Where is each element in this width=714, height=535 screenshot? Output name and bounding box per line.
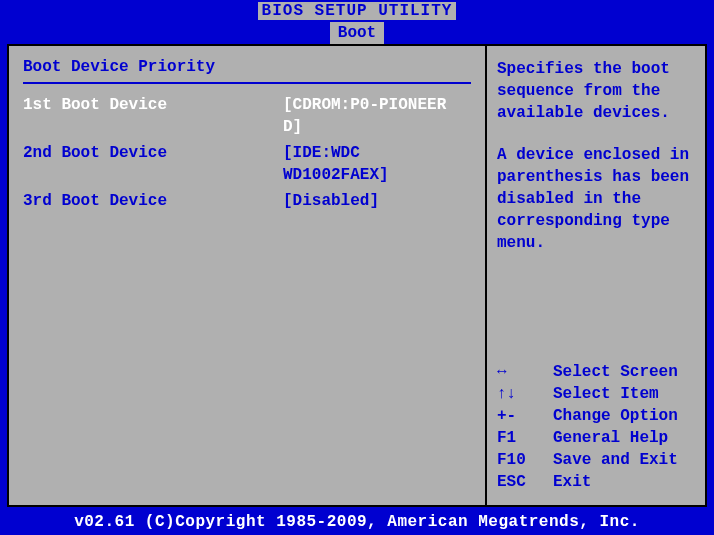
divider <box>23 82 471 84</box>
nav-action: Select Item <box>553 383 659 405</box>
title-bar: BIOS SETUP UTILITY <box>0 0 714 22</box>
help-paragraph-1: Specifies the boot sequence from the ava… <box>497 58 695 124</box>
boot-value: [Disabled] <box>283 190 471 212</box>
nav-key: ↔ <box>497 361 553 383</box>
nav-change-option: +- Change Option <box>497 405 695 427</box>
right-panel: Specifies the boot sequence from the ava… <box>487 46 705 505</box>
boot-label: 3rd Boot Device <box>23 190 283 212</box>
boot-value: [IDE:WDC WD1002FAEX] <box>283 142 471 186</box>
nav-action: Select Screen <box>553 361 678 383</box>
nav-key: F10 <box>497 449 553 471</box>
help-paragraph-2: A device enclosed in parenthesis has bee… <box>497 144 695 254</box>
boot-label: 2nd Boot Device <box>23 142 283 186</box>
help-text: Specifies the boot sequence from the ava… <box>497 58 695 274</box>
app-title: BIOS SETUP UTILITY <box>258 2 457 20</box>
nav-action: Exit <box>553 471 591 493</box>
nav-key: ↑↓ <box>497 383 553 405</box>
nav-general-help: F1 General Help <box>497 427 695 449</box>
nav-key: +- <box>497 405 553 427</box>
nav-action: General Help <box>553 427 668 449</box>
boot-device-3[interactable]: 3rd Boot Device [Disabled] <box>23 190 471 212</box>
boot-device-1[interactable]: 1st Boot Device [CDROM:P0-PIONEER D] <box>23 94 471 138</box>
section-title: Boot Device Priority <box>23 58 471 76</box>
tab-bar: Boot <box>0 22 714 44</box>
nav-exit: ESC Exit <box>497 471 695 493</box>
boot-value: [CDROM:P0-PIONEER D] <box>283 94 471 138</box>
outer-frame: Boot Device Priority 1st Boot Device [CD… <box>0 44 714 510</box>
nav-key: ESC <box>497 471 553 493</box>
nav-help: ↔ Select Screen ↑↓ Select Item +- Change… <box>497 361 695 493</box>
tab-boot[interactable]: Boot <box>330 22 384 44</box>
nav-action: Save and Exit <box>553 449 678 471</box>
nav-select-screen: ↔ Select Screen <box>497 361 695 383</box>
nav-save-exit: F10 Save and Exit <box>497 449 695 471</box>
boot-label: 1st Boot Device <box>23 94 283 138</box>
boot-device-2[interactable]: 2nd Boot Device [IDE:WDC WD1002FAEX] <box>23 142 471 186</box>
main-area: Boot Device Priority 1st Boot Device [CD… <box>7 44 707 507</box>
nav-action: Change Option <box>553 405 678 427</box>
left-panel: Boot Device Priority 1st Boot Device [CD… <box>9 46 487 505</box>
nav-key: F1 <box>497 427 553 449</box>
nav-select-item: ↑↓ Select Item <box>497 383 695 405</box>
footer: v02.61 (C)Copyright 1985-2009, American … <box>0 510 714 535</box>
